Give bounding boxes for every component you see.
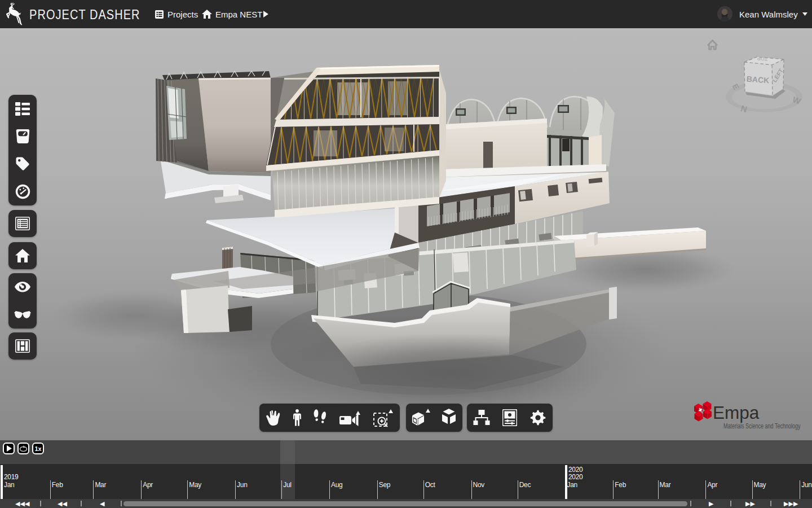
- svg-text:N: N: [740, 103, 748, 114]
- svg-text:TOP: TOP: [757, 56, 768, 62]
- svg-text:BACK: BACK: [746, 75, 769, 85]
